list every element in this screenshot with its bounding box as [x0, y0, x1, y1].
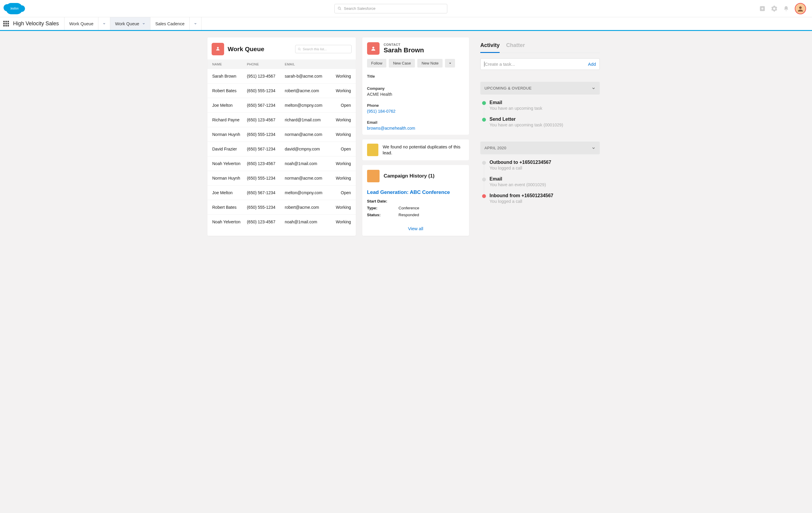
timeline-item[interactable]: EmailYou have an event (0001029) [482, 177, 599, 187]
table-row[interactable]: Norman Huynh(650) 555-1234norman@acme.co… [207, 127, 356, 142]
cell-email: noah@1mail.com [285, 161, 326, 166]
new-note-button[interactable]: New Note [417, 59, 442, 68]
cell-email: sarah-b@acme.com [285, 74, 326, 79]
timeline-title: Send Letter [490, 116, 563, 122]
cell-name: David Frazier [212, 146, 247, 152]
cell-phone: (650) 555-1234 [247, 132, 285, 137]
cell-email: norman@acme.com [285, 176, 326, 181]
activity-panel: Activity Chatter Create a task... Add UP… [475, 37, 605, 236]
table-row[interactable]: Robert Bates(650) 555-1234robert@acme.co… [207, 84, 356, 98]
timeline-dot-icon [482, 194, 486, 198]
cell-email: david@cmpny.com [285, 146, 326, 152]
timeline-dot-icon [482, 178, 486, 182]
timeline-dot-icon [482, 161, 486, 165]
section-upcoming[interactable]: UPCOMING & OVERDUE [480, 82, 600, 94]
cell-phone: (650) 555-1234 [247, 176, 285, 181]
section-april-label: APRIL 2020 [485, 146, 506, 150]
nav-chevron-1[interactable] [98, 17, 110, 30]
field-title-label: Title [367, 74, 464, 79]
more-actions-button[interactable] [445, 59, 455, 68]
cell-status: Open [326, 146, 351, 152]
timeline-item[interactable]: Outbound to +16501234567You logged a cal… [482, 160, 599, 170]
cell-phone: (650) 555-1234 [247, 205, 285, 210]
cell-email: robert@acme.com [285, 205, 326, 210]
cell-status: Open [326, 190, 351, 195]
table-row[interactable]: Noah Yelverton(650) 123-4567noah@1mail.c… [207, 215, 356, 229]
campaign-icon [367, 170, 380, 182]
nav-tab-work-queue-2[interactable]: Work Queue [110, 17, 150, 30]
cell-phone: (650) 123-4567 [247, 161, 285, 166]
table-row[interactable]: Joe Melton(650) 567-1234melton@cmpny.com… [207, 186, 356, 200]
cell-name: Joe Melton [212, 190, 247, 195]
brand-text: salesforce [7, 7, 21, 10]
nav-chevron-3[interactable] [190, 17, 202, 30]
duplicates-icon [367, 144, 379, 156]
campaign-start-label: Start Date: [367, 199, 391, 204]
cell-email: noah@1mail.com [285, 219, 326, 224]
cell-status: Working [326, 219, 351, 224]
cell-phone: (650) 555-1234 [247, 88, 285, 93]
search-placeholder: Search Salesforce [344, 6, 375, 11]
gear-icon[interactable] [771, 5, 778, 12]
tab-activity[interactable]: Activity [480, 42, 500, 53]
view-all-link[interactable]: View all [362, 221, 469, 236]
tab-chatter[interactable]: Chatter [506, 42, 525, 50]
new-case-button[interactable]: New Case [389, 59, 415, 68]
campaign-status-value: Responded [399, 213, 419, 217]
timeline-item[interactable]: EmailYou have an upcoming task [482, 100, 599, 111]
create-task-input[interactable]: Create a task... Add [480, 58, 600, 70]
timeline-subtitle: You have an upcoming task [490, 106, 543, 111]
field-email-value[interactable]: browns@acmehealth.com [367, 126, 464, 131]
app-name: High Velocity Sales [12, 17, 64, 30]
timeline-item[interactable]: Inbound from +16501234567You logged a ca… [482, 193, 599, 204]
table-row[interactable]: Noah Yelverton(650) 123-4567noah@1mail.c… [207, 156, 356, 171]
salesforce-logo[interactable]: salesforce [6, 3, 23, 14]
section-april[interactable]: APRIL 2020 [480, 141, 600, 154]
bell-icon[interactable] [783, 5, 789, 12]
table-header: NAME PHONE EMAIL [207, 59, 356, 69]
table-body: Sarah Brown(951) 123-4567sarah-b@acme.co… [207, 69, 356, 229]
cell-email: norman@acme.com [285, 132, 326, 137]
contact-icon [367, 42, 380, 55]
nav-tab-sales-cadence[interactable]: Sales Cadence [150, 17, 189, 30]
campaign-status-label: Status: [367, 213, 391, 217]
table-row[interactable]: Richard Payne(650) 123-4567richard@1mail… [207, 113, 356, 127]
cell-status: Working [326, 88, 351, 93]
section-upcoming-label: UPCOMING & OVERDUE [485, 86, 532, 90]
app-launcher-icon[interactable] [0, 17, 12, 30]
column-phone: PHONE [247, 62, 285, 66]
nav-bar: High Velocity Sales Work Queue Work Queu… [0, 17, 812, 31]
campaign-type-label: Type: [367, 206, 391, 210]
list-search-input[interactable]: Search this list... [295, 45, 352, 53]
cell-name: Robert Bates [212, 88, 247, 93]
timeline-subtitle: You logged a call [490, 166, 551, 170]
user-avatar[interactable] [795, 3, 806, 14]
cell-phone: (650) 567-1234 [247, 103, 285, 108]
contact-column: CONTACT Sarah Brown Follow New Case New … [362, 37, 469, 236]
work-queue-icon [212, 43, 224, 55]
follow-button[interactable]: Follow [367, 59, 387, 68]
activity-tabs: Activity Chatter [480, 42, 600, 53]
field-phone-value[interactable]: (951) 184-0762 [367, 109, 464, 114]
search-icon [338, 6, 342, 10]
cell-phone: (650) 567-1234 [247, 190, 285, 195]
svg-line-6 [300, 50, 301, 51]
table-row[interactable]: Joe Melton(650) 567-1234melton@cmpny.com… [207, 98, 356, 113]
table-row[interactable]: David Frazier(650) 567-1234david@cmpny.c… [207, 142, 356, 156]
chevron-down-icon [142, 22, 145, 25]
field-phone-label: Phone [367, 103, 464, 108]
campaign-link[interactable]: Lead Generation: ABC Conference [362, 187, 469, 198]
table-row[interactable]: Norman Huynh(650) 555-1234norman@acme.co… [207, 171, 356, 186]
cell-name: Norman Huynh [212, 176, 247, 181]
cell-email: melton@cmpny.com [285, 190, 326, 195]
table-row[interactable]: Robert Bates(650) 555-1234robert@acme.co… [207, 200, 356, 215]
timeline-item[interactable]: Send LetterYou have an upcoming task (00… [482, 116, 599, 127]
global-search-input[interactable]: Search Salesforce [335, 4, 447, 14]
add-task-button[interactable]: Add [588, 61, 596, 66]
add-icon[interactable] [759, 5, 766, 12]
contact-name: Sarah Brown [384, 46, 424, 54]
table-row[interactable]: Sarah Brown(951) 123-4567sarah-b@acme.co… [207, 69, 356, 84]
nav-tab-work-queue-1[interactable]: Work Queue [64, 17, 98, 30]
timeline-title: Email [490, 177, 546, 182]
cell-name: Sarah Brown [212, 74, 247, 79]
